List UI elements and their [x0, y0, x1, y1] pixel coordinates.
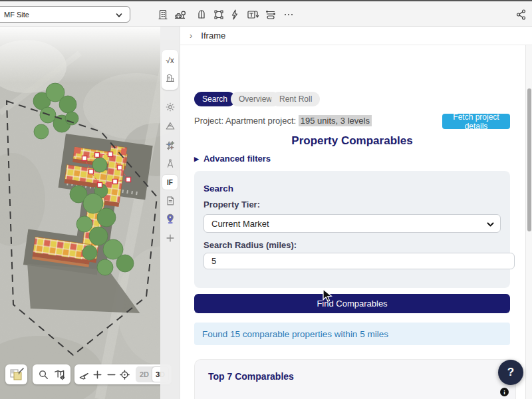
- collapse-chevron-icon[interactable]: ›: [190, 31, 192, 41]
- map-nav-group: 2D 3D: [74, 364, 172, 384]
- property-tier-label: Property Tier:: [203, 200, 260, 209]
- polygon-select-tool-icon[interactable]: [212, 8, 225, 21]
- add-icon[interactable]: [162, 231, 178, 245]
- search-icon: [37, 368, 50, 381]
- section-levels-tool-icon[interactable]: [264, 8, 277, 21]
- result-message-box: Found 15 comparable properties within 5 …: [194, 323, 510, 345]
- draw-layers-icon: [8, 366, 25, 382]
- lightning-tool-icon[interactable]: [228, 8, 241, 21]
- divider: [30, 368, 31, 380]
- tab-search[interactable]: Search: [194, 92, 235, 106]
- share-icon[interactable]: [515, 8, 528, 21]
- panel-title: Iframe: [201, 31, 225, 41]
- building-rail-icon[interactable]: [162, 70, 178, 85]
- panel-header: › Iframe: [180, 27, 532, 45]
- side-toolbar: √x IF: [160, 27, 180, 399]
- map-settings-icon: [53, 368, 66, 381]
- fetch-project-details-button[interactable]: Fetch project details: [442, 114, 510, 129]
- comparables-section: Top 7 Comparables: [194, 359, 516, 399]
- sun-icon[interactable]: [162, 100, 178, 114]
- app-window: MF Site: [0, 0, 532, 399]
- car-and-tree-tool-icon[interactable]: [174, 8, 187, 21]
- comparables-heading: Top 7 Comparables: [208, 371, 294, 382]
- mode-2d-button[interactable]: 2D: [136, 367, 152, 382]
- chevron-down-icon: [115, 11, 123, 21]
- formula-icon[interactable]: √x: [162, 53, 178, 68]
- text-annotation-tool-icon[interactable]: [246, 8, 259, 21]
- iframe-rail-item[interactable]: IF: [162, 175, 178, 190]
- drafting-compass-icon[interactable]: [162, 156, 178, 171]
- find-comparables-button[interactable]: Find Comparables: [194, 294, 510, 313]
- iframe-panel: › Iframe Search Overview Rent Roll Proje…: [180, 27, 532, 399]
- map-viewport[interactable]: 2D 3D: [0, 27, 180, 399]
- advanced-filters-toggle[interactable]: ▶ Advanced filters: [194, 154, 271, 164]
- expand-arrow-icon: ▶: [194, 156, 199, 162]
- property-tier-select[interactable]: Current Market: [203, 214, 501, 233]
- map-search-group: [33, 364, 70, 384]
- project-highlight: 195 units, 3 levels: [299, 115, 372, 126]
- info-icon[interactable]: i: [500, 388, 509, 396]
- map-search-button[interactable]: [35, 366, 51, 382]
- site-selector-dropdown[interactable]: MF Site: [0, 6, 130, 23]
- map-settings-button[interactable]: [52, 366, 68, 382]
- result-message: Found 15 comparable properties within 5 …: [202, 329, 388, 339]
- zoom-in-icon: [91, 368, 104, 381]
- pointer-icon: [78, 368, 90, 381]
- zoom-out-icon: [105, 368, 118, 381]
- search-radius-input[interactable]: [203, 253, 515, 269]
- pointer-tool-button[interactable]: [77, 366, 91, 382]
- search-section-heading: Search: [203, 184, 233, 194]
- building-tool-icon[interactable]: [156, 8, 170, 21]
- zoom-out-button[interactable]: [104, 366, 118, 382]
- zoom-in-button[interactable]: [91, 366, 105, 382]
- location-pin-icon[interactable]: [162, 211, 178, 226]
- more-options-icon[interactable]: [282, 8, 295, 21]
- draw-layers-button[interactable]: [5, 364, 27, 384]
- site-selector-value: MF Site: [4, 11, 29, 19]
- scrollbar-thumb[interactable]: [527, 88, 531, 231]
- help-button[interactable]: ?: [498, 360, 523, 385]
- tab-rent-roll[interactable]: Rent Roll: [271, 92, 320, 106]
- project-summary: Project: Apartment project: 195 units, 3…: [194, 116, 372, 126]
- locate-icon: [118, 368, 131, 381]
- top-toolbar: MF Site: [0, 0, 532, 27]
- terrain-icon[interactable]: [162, 118, 178, 133]
- locate-button[interactable]: [118, 366, 132, 382]
- extrude-dome-tool-icon[interactable]: [195, 8, 208, 21]
- map-canvas: [0, 27, 180, 399]
- document-icon[interactable]: [162, 194, 178, 208]
- scrollbar-track[interactable]: [525, 45, 532, 399]
- search-radius-label: Search Radius (miles):: [203, 240, 297, 250]
- ai-sparkles-icon[interactable]: [162, 138, 178, 152]
- page-title: Property Comparables: [194, 134, 510, 148]
